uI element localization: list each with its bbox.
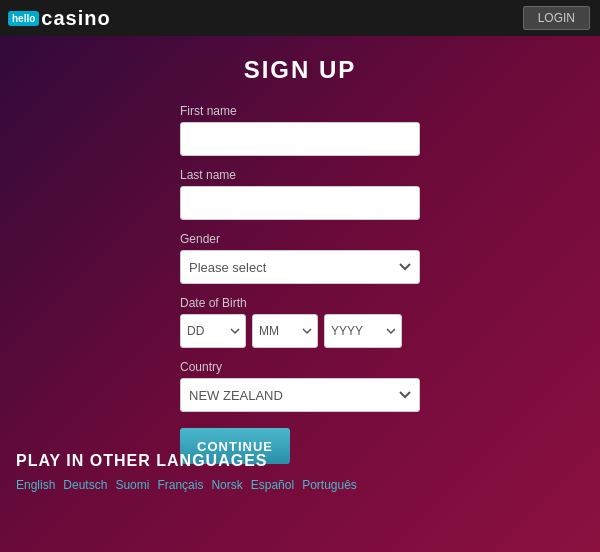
login-button[interactable]: LOGIN bbox=[523, 6, 590, 30]
footer-languages-title: PLAY IN OTHER LANGUAGES bbox=[16, 452, 584, 470]
lang-deutsch[interactable]: Deutsch bbox=[63, 478, 107, 492]
country-label: Country bbox=[180, 360, 420, 374]
lang-norsk[interactable]: Norsk bbox=[211, 478, 242, 492]
gender-label: Gender bbox=[180, 232, 420, 246]
gender-select[interactable]: Please select Male Female bbox=[180, 250, 420, 284]
header: Hello casino LOGIN bbox=[0, 0, 600, 36]
logo-hello: Hello bbox=[8, 11, 39, 26]
main-content: SIGN UP First name Last name Gender Plea… bbox=[0, 36, 600, 464]
lang-suomi[interactable]: Suomi bbox=[115, 478, 149, 492]
dob-yyyy-select[interactable]: YYYY bbox=[324, 314, 402, 348]
language-links: English Deutsch Suomi Français Norsk Esp… bbox=[16, 478, 584, 492]
footer: PLAY IN OTHER LANGUAGES English Deutsch … bbox=[0, 452, 600, 492]
dob-row: DD MM YYYY bbox=[180, 314, 420, 348]
dob-label: Date of Birth bbox=[180, 296, 420, 310]
first-name-input[interactable] bbox=[180, 122, 420, 156]
signup-form: First name Last name Gender Please selec… bbox=[180, 104, 420, 464]
last-name-input[interactable] bbox=[180, 186, 420, 220]
page-title: SIGN UP bbox=[244, 56, 357, 84]
dob-dd-select[interactable]: DD bbox=[180, 314, 246, 348]
lang-francais[interactable]: Français bbox=[157, 478, 203, 492]
lang-portugues[interactable]: Português bbox=[302, 478, 357, 492]
gender-group: Gender Please select Male Female bbox=[180, 232, 420, 284]
country-group: Country NEW ZEALAND AUSTRALIA UNITED KIN… bbox=[180, 360, 420, 412]
logo: Hello casino bbox=[8, 7, 111, 30]
first-name-label: First name bbox=[180, 104, 420, 118]
last-name-group: Last name bbox=[180, 168, 420, 220]
lang-english[interactable]: English bbox=[16, 478, 55, 492]
lang-espanol[interactable]: Español bbox=[251, 478, 294, 492]
last-name-label: Last name bbox=[180, 168, 420, 182]
logo-casino: casino bbox=[41, 7, 110, 30]
country-select[interactable]: NEW ZEALAND AUSTRALIA UNITED KINGDOM bbox=[180, 378, 420, 412]
dob-mm-select[interactable]: MM bbox=[252, 314, 318, 348]
dob-group: Date of Birth DD MM YYYY bbox=[180, 296, 420, 348]
first-name-group: First name bbox=[180, 104, 420, 156]
